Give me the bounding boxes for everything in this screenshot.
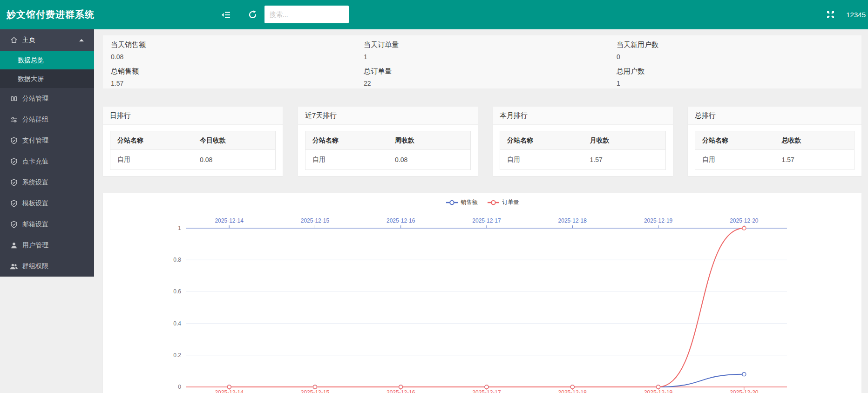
- app-root: 妙文馆付费进群系统: [0, 0, 868, 393]
- rank-card-title: 本月排行: [493, 107, 673, 125]
- bottom-x-axis-label: 2025-12-17: [472, 389, 501, 393]
- rank-card-body: 分站名称今日收款自用0.08: [103, 125, 283, 170]
- stat-label: 总用户数: [617, 67, 861, 76]
- sidebar-item[interactable]: 邮箱设置: [0, 214, 94, 235]
- series-line-订单量: [229, 228, 744, 387]
- data-point[interactable]: [570, 385, 574, 389]
- stat-label: 总销售额: [111, 67, 356, 76]
- sidebar-item[interactable]: 分站管理: [0, 88, 94, 109]
- table-row: 自用0.08: [110, 150, 276, 170]
- top-x-axis-label: 2025-12-18: [558, 217, 587, 224]
- table-row: 自用0.08: [305, 150, 471, 170]
- collapse-sidebar-icon[interactable]: [216, 0, 236, 29]
- sidebar-item-label: 邮箱设置: [22, 220, 48, 229]
- data-point[interactable]: [742, 226, 746, 230]
- stat-label: 总订单量: [364, 67, 609, 76]
- sidebar-item-label: 点卡充值: [22, 157, 48, 166]
- shield-check-icon: [10, 178, 18, 187]
- chart-card: 销售额订单量 00.20.40.60.812025-12-142025-12-1…: [103, 193, 861, 393]
- y-axis-label: 0.8: [173, 257, 181, 263]
- top-x-axis-label: 2025-12-15: [301, 217, 330, 224]
- table-row: 自用1.57: [695, 150, 854, 170]
- y-axis-label: 0.4: [173, 320, 181, 327]
- rank-col-header: 分站名称: [695, 131, 775, 150]
- legend-line-marker-icon: [446, 200, 458, 205]
- sidebar-item-label: 群组权限: [22, 262, 48, 271]
- app-title: 妙文馆付费进群系统: [7, 0, 95, 29]
- bottom-x-axis-label: 2025-12-20: [730, 389, 759, 393]
- stat-cell: 当天销售额0.08: [103, 35, 356, 62]
- stat-value: 0.08: [111, 53, 356, 61]
- top-x-axis-label: 2025-12-14: [215, 217, 244, 224]
- search-input[interactable]: [264, 6, 349, 23]
- rank-cell: 1.57: [775, 150, 854, 170]
- stat-value: 1: [617, 80, 861, 87]
- legend-label: 销售额: [461, 198, 478, 206]
- sidebar-subitem[interactable]: 数据总览: [0, 51, 94, 69]
- rank-card-title: 近7天排行: [298, 107, 478, 125]
- data-point[interactable]: [742, 373, 746, 376]
- stat-value: 0: [617, 53, 861, 61]
- stat-label: 当天销售额: [111, 41, 356, 49]
- top-x-axis-label: 2025-12-16: [387, 217, 415, 224]
- rank-cell: 1.57: [583, 150, 666, 170]
- ranking-card: 总排行分站名称总收款自用1.57: [688, 107, 861, 176]
- sidebar-subitem[interactable]: 数据大屏: [0, 69, 94, 88]
- data-point[interactable]: [485, 385, 488, 389]
- rank-card-body: 分站名称月收款自用1.57: [493, 125, 673, 170]
- fullscreen-icon[interactable]: [821, 0, 840, 29]
- rank-card-body: 分站名称周收款自用0.08: [298, 125, 478, 170]
- rank-table: 分站名称今日收款自用0.08: [110, 131, 276, 170]
- sidebar-item-home[interactable]: 主页: [0, 29, 94, 51]
- top-x-axis-label: 2025-12-20: [730, 217, 759, 224]
- stat-cell: 当天新用户数0: [609, 35, 861, 62]
- sidebar-item-label: 系统设置: [22, 178, 48, 187]
- y-axis-label: 0: [178, 384, 181, 390]
- legend-item-销售额[interactable]: 销售额: [446, 198, 478, 206]
- legend-line-marker-icon: [487, 200, 500, 205]
- data-point[interactable]: [313, 385, 317, 389]
- data-point[interactable]: [399, 385, 403, 389]
- shield-check-icon: [10, 220, 18, 229]
- sidebar-item[interactable]: 支付管理: [0, 130, 94, 151]
- sidebar-item[interactable]: 用户管理: [0, 235, 94, 256]
- user-icon: [10, 241, 18, 250]
- line-chart[interactable]: 00.20.40.60.812025-12-142025-12-152025-1…: [103, 193, 861, 393]
- data-point[interactable]: [227, 385, 231, 389]
- sidebar-item[interactable]: 模板设置: [0, 193, 94, 214]
- columns-icon: [10, 95, 18, 103]
- home-submenu: 数据总览数据大屏: [0, 51, 94, 88]
- ranking-card: 日排行分站名称今日收款自用0.08: [103, 107, 283, 176]
- chart-legend: 销售额订单量: [103, 198, 861, 206]
- search-box: [264, 6, 349, 23]
- rank-col-header: 今日收款: [193, 131, 276, 150]
- top-x-axis-label: 2025-12-17: [472, 217, 501, 224]
- rank-col-header: 总收款: [775, 131, 854, 150]
- rank-col-header: 分站名称: [110, 131, 193, 150]
- user-menu[interactable]: 12345: [846, 0, 866, 29]
- data-point[interactable]: [657, 385, 660, 389]
- y-axis-label: 0.6: [173, 288, 181, 295]
- stat-cell: 总用户数1: [609, 62, 861, 88]
- sidebar-item[interactable]: 分站群组: [0, 109, 94, 130]
- rank-card-title: 日排行: [103, 107, 283, 125]
- sidebar-item[interactable]: 系统设置: [0, 172, 94, 193]
- sidebar-item[interactable]: 点卡充值: [0, 151, 94, 172]
- sidebar-item-label: 模板设置: [22, 199, 48, 208]
- rank-col-header: 周收款: [388, 131, 471, 150]
- refresh-icon[interactable]: [243, 0, 262, 29]
- stat-cell: 总销售额1.57: [103, 62, 356, 88]
- ranking-card: 近7天排行分站名称周收款自用0.08: [298, 107, 478, 176]
- table-row: 自用1.57: [500, 150, 666, 170]
- sidebar-item[interactable]: 群组权限: [0, 256, 94, 277]
- stats-panel: 当天销售额0.08当天订单量1当天新用户数0总销售额1.57总订单量22总用户数…: [103, 35, 861, 88]
- top-header: 妙文馆付费进群系统: [0, 0, 868, 29]
- rank-col-header: 月收款: [583, 131, 666, 150]
- shield-check-icon: [10, 199, 18, 208]
- legend-item-订单量[interactable]: 订单量: [487, 198, 519, 206]
- stat-label: 当天订单量: [364, 41, 609, 49]
- stat-cell: 当天订单量1: [356, 35, 609, 62]
- rank-cell: 自用: [305, 150, 388, 170]
- rank-cell: 自用: [695, 150, 775, 170]
- top-x-axis-label: 2025-12-19: [644, 217, 673, 224]
